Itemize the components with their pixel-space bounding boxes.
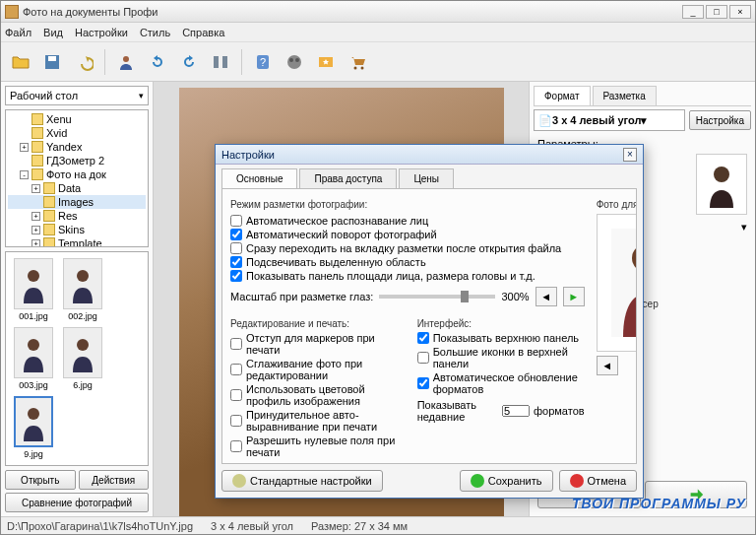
format-select[interactable]: 📄 3 x 4 левый угол ▾ (534, 109, 685, 131)
option-checkbox[interactable]: Автоматическое распознавание лиц (230, 214, 585, 228)
recent-label: Показывать недавние (417, 399, 498, 423)
tree-item[interactable]: Xvid (8, 126, 146, 140)
toolbar: ? (1, 42, 755, 82)
sample-prev-icon[interactable]: ◄ (597, 356, 618, 375)
group-iface: Интерфейс: (417, 318, 585, 329)
svg-point-13 (28, 270, 39, 282)
recent-input[interactable] (502, 405, 530, 417)
help-icon[interactable]: ? (249, 48, 277, 76)
tree-item[interactable]: ГДЗометр 2 (8, 154, 146, 167)
dialog-close-icon[interactable]: × (623, 148, 637, 162)
defaults-button[interactable]: Стандартные настройки (221, 470, 383, 492)
format-preview (696, 154, 747, 215)
scale-value: 300% (501, 291, 529, 302)
save-button[interactable]: Сохранить (460, 470, 553, 492)
menu-style[interactable]: Стиль (140, 27, 170, 38)
rotate-right-icon[interactable] (175, 48, 203, 76)
tree-item[interactable]: Images (8, 195, 146, 209)
tree-item[interactable]: -Фото на док (8, 167, 146, 181)
star-box-icon[interactable] (312, 48, 340, 76)
sample-photo (597, 214, 637, 352)
settings-dialog: Настройки × Основные Права доступа Цены … (215, 144, 644, 499)
compare-button[interactable]: Сравнение фотографий (5, 493, 149, 512)
setup-button[interactable]: Настройка (689, 110, 751, 130)
watermark: ТВОИ ПРОГРАММЫ РУ (572, 496, 746, 511)
scale-prev-icon[interactable]: ◄ (536, 287, 557, 306)
option-checkbox[interactable]: Использовать цветовой профиль изображени… (230, 382, 406, 408)
app-icon (5, 5, 19, 19)
thumbnails[interactable]: 001.jpg002.jpg003.jpg6.jpg9.jpg (5, 251, 149, 466)
location-combo[interactable]: Рабочий стол (5, 86, 149, 105)
group-edit: Редактирование и печать: (230, 318, 406, 329)
thumbnail[interactable]: 001.jpg (12, 258, 55, 321)
menubar: Файл Вид Настройки Стиль Справка (1, 23, 755, 42)
tree-item[interactable]: +Template (8, 236, 146, 247)
menu-file[interactable]: Файл (5, 27, 32, 38)
undo-icon[interactable] (70, 48, 97, 76)
svg-text:?: ? (260, 56, 266, 68)
svg-point-18 (714, 167, 729, 182)
save-icon[interactable] (38, 48, 66, 76)
thumbnail[interactable]: 003.jpg (12, 327, 55, 390)
menu-view[interactable]: Вид (43, 27, 63, 38)
left-panel: Рабочий стол XenuXvid+YandexГДЗометр 2-Ф… (1, 82, 154, 516)
svg-point-11 (354, 66, 357, 69)
tree-item[interactable]: +Res (8, 209, 146, 223)
actions-button[interactable]: Действия (79, 470, 150, 490)
option-checkbox[interactable]: Отступ для маркеров при печати (230, 331, 406, 357)
svg-point-17 (28, 408, 39, 420)
thumbnail[interactable]: 9.jpg (12, 396, 55, 459)
option-checkbox[interactable]: Сглаживание фото при редактировании (230, 357, 406, 382)
svg-point-12 (361, 66, 364, 69)
svg-point-9 (295, 58, 299, 62)
dlg-tab-access[interactable]: Права доступа (299, 168, 397, 188)
option-checkbox[interactable]: Автоматическое обновление форматов (417, 370, 585, 396)
tree-item[interactable]: +Yandex (8, 140, 146, 154)
tab-format[interactable]: Формат (534, 86, 591, 105)
option-checkbox[interactable]: Сразу переходить на вкладку разметки пос… (230, 241, 585, 255)
group-mode: Режим разметки фотографии: (230, 199, 585, 210)
close-button[interactable]: × (729, 5, 751, 19)
dialog-titlebar: Настройки × (216, 145, 643, 165)
maximize-button[interactable]: □ (706, 5, 727, 19)
tree-item[interactable]: Xenu (8, 112, 146, 126)
menu-settings[interactable]: Настройки (75, 27, 128, 38)
folder-tree[interactable]: XenuXvid+YandexГДЗометр 2-Фото на док+Da… (5, 109, 149, 247)
svg-point-15 (28, 339, 39, 351)
cancel-button[interactable]: Отмена (559, 470, 637, 492)
columns-icon[interactable] (207, 48, 234, 76)
option-checkbox[interactable]: Подсвечивать выделенную область (230, 255, 585, 269)
svg-rect-1 (48, 56, 56, 61)
open-folder-icon[interactable] (7, 48, 34, 76)
open-button[interactable]: Открыть (5, 470, 76, 490)
titlebar: Фото на документы Профи _ □ × (1, 1, 755, 23)
tree-item[interactable]: +Skins (8, 223, 146, 236)
cart-icon[interactable] (344, 48, 371, 76)
option-checkbox[interactable]: Показывать верхнюю панель (417, 331, 585, 345)
option-checkbox[interactable]: Разрешить нулевые поля при печати (230, 434, 406, 459)
svg-point-7 (287, 55, 301, 69)
recent-suffix: форматов (534, 405, 585, 417)
minimize-button[interactable]: _ (682, 5, 704, 19)
tab-markup[interactable]: Разметка (593, 86, 657, 105)
tree-item[interactable]: +Data (8, 181, 146, 195)
status-path: D:\Прохо\Гагарина\1\k7ls4hoTUnY.jpg (7, 520, 193, 532)
menu-help[interactable]: Справка (182, 27, 224, 38)
video-icon[interactable] (281, 48, 308, 76)
dlg-tab-prices[interactable]: Цены (399, 168, 454, 188)
thumbnail[interactable]: 6.jpg (61, 327, 104, 390)
person-icon[interactable] (112, 48, 140, 76)
svg-point-2 (123, 56, 129, 62)
dlg-tab-general[interactable]: Основные (221, 168, 297, 188)
option-checkbox[interactable]: Показывать панель площади лица, размера … (230, 269, 585, 283)
option-checkbox[interactable]: Автоматический поворот фотографий (230, 228, 585, 241)
svg-rect-3 (214, 56, 219, 68)
thumbnail[interactable]: 002.jpg (61, 258, 104, 321)
scale-slider[interactable] (379, 295, 495, 299)
scale-next-icon[interactable]: ► (563, 287, 585, 306)
rotate-left-icon[interactable] (144, 48, 171, 76)
option-checkbox[interactable]: Большие иконки в верхней панели (417, 345, 585, 370)
option-checkbox[interactable]: Принудительное авто-выравнивание при печ… (230, 408, 406, 434)
status-size: Размер: 27 x 34 мм (311, 520, 408, 532)
statusbar: D:\Прохо\Гагарина\1\k7ls4hoTUnY.jpg 3 x … (1, 516, 755, 534)
